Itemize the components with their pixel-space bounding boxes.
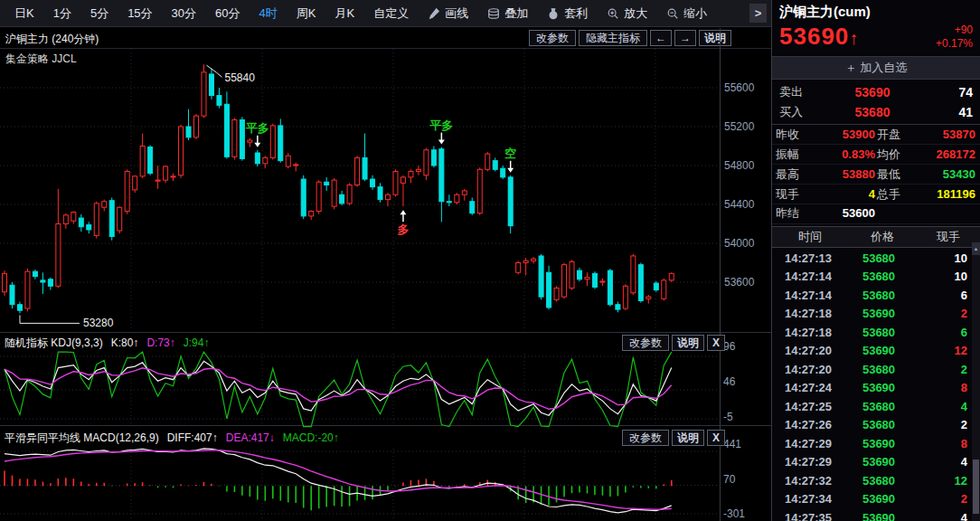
kdj-button-改参数[interactable]: 改参数: [622, 335, 669, 351]
svg-text:54800: 54800: [724, 159, 755, 172]
tape-row: 14:27:135368010: [776, 249, 971, 268]
stat-row: 昨结53600: [772, 204, 980, 224]
macd-lines: [5, 449, 672, 513]
svg-text:-5: -5: [723, 411, 733, 423]
last-price: 53690↑: [779, 23, 859, 51]
tape-row: 14:27:29536904: [776, 453, 971, 472]
tape-row: 14:27:145368010: [776, 268, 971, 287]
kdj-button-X[interactable]: X: [707, 335, 725, 351]
tape-header: 时间价格现手: [772, 226, 980, 248]
stat-row: 振幅0.83%均价268172: [772, 145, 980, 165]
svg-text:96: 96: [723, 340, 736, 353]
scroll-up-icon[interactable]: ▲: [972, 242, 980, 255]
tape-row: 14:27:35536904: [776, 508, 971, 521]
tape-row: 14:27:325368012: [776, 471, 971, 490]
time-sales-list: 14:27:13536801014:27:14536801014:27:1453…: [772, 248, 980, 521]
macd-dea-value: DEA:417↓: [226, 431, 275, 444]
svg-text:54000: 54000: [724, 237, 755, 250]
svg-text:55200: 55200: [724, 120, 755, 133]
tape-row: 14:27:20536802: [776, 360, 971, 379]
svg-text:441: 441: [723, 438, 741, 450]
kdj-lines: [5, 352, 672, 427]
tape-row: 14:27:26536802: [776, 416, 971, 435]
macd-header: 平滑异同平均线 MACD(12,26,9) DIFF:407↑ DEA:417↓…: [0, 428, 721, 448]
kdj-j-value: J:94↑: [184, 336, 210, 349]
macd-button-说明[interactable]: 说明: [672, 430, 704, 446]
tape-row: 14:27:205369012: [776, 342, 971, 361]
macd-title: 平滑异同平均线 MACD(12,26,9): [5, 431, 159, 446]
tape-row: 14:27:25536804: [776, 397, 971, 416]
stat-row: 现手4总手181196: [772, 185, 980, 204]
bid-ask-row: 卖出5369074: [772, 82, 980, 102]
instrument-name: 沪铜主力(cum): [772, 0, 980, 21]
tape-scrollbar[interactable]: ▲: [972, 242, 980, 521]
stat-row: 昨收53900开盘53870: [772, 125, 980, 145]
macd-button-改参数[interactable]: 改参数: [622, 430, 669, 446]
kdj-d-value: D:73↑: [146, 336, 174, 349]
trading-terminal: 日K1分5分15分30分60分4时周K月K自定义画线叠加套利放大缩小 > 沪铜主…: [0, 0, 980, 521]
signal-label: 平多: [429, 118, 453, 132]
svg-text:46: 46: [723, 375, 736, 388]
scroll-thumb[interactable]: [973, 459, 979, 514]
signal-label: 空: [504, 147, 516, 160]
kdj-title: 随机指标 KDJ(9,3,3): [5, 336, 103, 351]
signal-label: 平多: [246, 121, 269, 135]
svg-text:-301: -301: [723, 507, 745, 520]
tape-row: 14:27:24536908: [776, 379, 971, 398]
up-arrow-icon: ↑: [849, 28, 859, 48]
svg-text:53600: 53600: [724, 276, 755, 289]
bid-ask-row: 买入5368041: [772, 102, 980, 122]
tape-row: 14:27:18536806: [776, 323, 971, 342]
svg-text:54400: 54400: [724, 198, 755, 211]
macd-macd-value: MACD:-20↑: [283, 431, 339, 444]
candles-group: [3, 64, 674, 313]
quote-panel: 沪铜主力(cum) 53690↑ +90+0.17% ＋ 加入自选 卖出5369…: [771, 0, 980, 521]
macd-button-X[interactable]: X: [707, 430, 725, 446]
kdj-k-value: K:80↑: [111, 336, 139, 349]
kdj-header: 随机指标 KDJ(9,3,3) K:80↑ D:73↑ J:94↑ 改参数说明X: [0, 333, 721, 353]
add-watchlist-button[interactable]: ＋ 加入自选: [772, 56, 980, 80]
price-change: +90+0.17%: [936, 24, 973, 51]
macd-diff-value: DIFF:407↑: [167, 431, 218, 444]
svg-text:55600: 55600: [724, 81, 755, 94]
tape-row: 14:27:34536902: [776, 490, 971, 509]
svg-text:70: 70: [723, 473, 736, 486]
tape-row: 14:27:14536806: [776, 286, 971, 305]
tape-row: 14:27:18536902: [776, 305, 971, 324]
kdj-button-说明[interactable]: 说明: [672, 335, 704, 351]
tape-row: 14:27:29536908: [776, 434, 971, 453]
stat-row: 最高53880最低53430: [772, 165, 980, 185]
peak-price-label: 55840: [224, 71, 255, 84]
low-price-label: 53280: [83, 317, 114, 329]
signal-label: 多: [397, 223, 409, 236]
